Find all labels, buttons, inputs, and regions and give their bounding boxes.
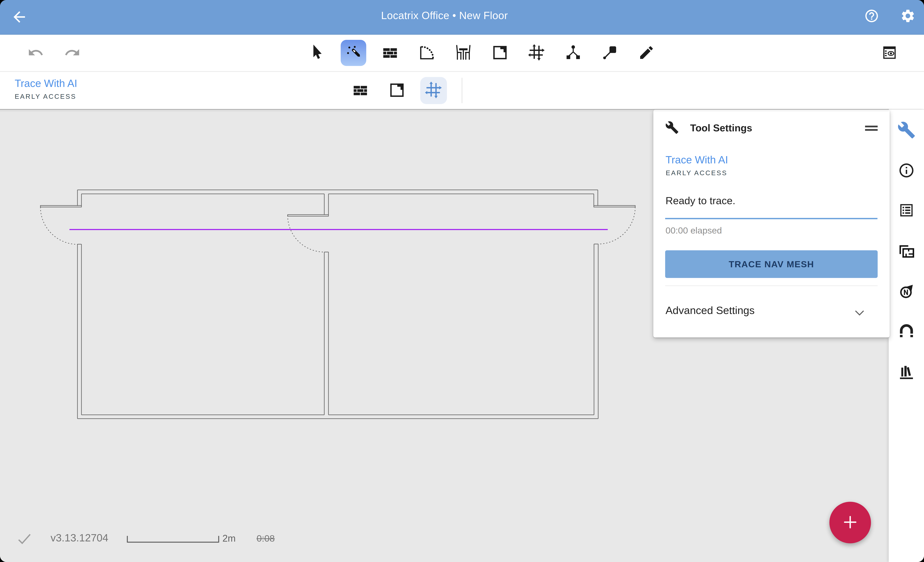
drag-handle-icon[interactable] bbox=[865, 126, 878, 133]
right-sidebar bbox=[889, 110, 924, 562]
chevron-down-icon[interactable] bbox=[854, 307, 866, 319]
gear-icon bbox=[900, 21, 916, 24]
active-tool-name: Trace With AI bbox=[15, 78, 77, 89]
early-access-badge: EARLY ACCESS bbox=[15, 93, 77, 100]
redo-icon bbox=[64, 58, 81, 61]
furniture-icon bbox=[454, 44, 472, 62]
panel-title: Tool Settings bbox=[690, 122, 752, 134]
sidebar-item-floor-plans[interactable] bbox=[897, 242, 916, 261]
mode-group bbox=[342, 72, 462, 109]
help-icon bbox=[864, 21, 879, 24]
version-label: v3.13.12704 bbox=[51, 532, 108, 544]
select-icon bbox=[308, 43, 326, 63]
tool-nav-mesh[interactable] bbox=[518, 35, 555, 71]
sidebar-item-properties-list[interactable] bbox=[897, 201, 916, 220]
help-button[interactable] bbox=[864, 8, 879, 24]
tool-floor-page[interactable] bbox=[482, 35, 518, 71]
view-options-icon bbox=[882, 45, 897, 61]
tool-arc-measure[interactable] bbox=[408, 35, 445, 71]
sidebar-item-north-orientation[interactable] bbox=[897, 282, 916, 300]
wrench-icon bbox=[665, 121, 679, 135]
scale-label: 2m bbox=[222, 533, 236, 544]
toolbar-shadow bbox=[0, 109, 889, 110]
edit-icon bbox=[638, 44, 655, 62]
timer-label: 0:08 bbox=[256, 533, 274, 544]
undo-button[interactable] bbox=[27, 45, 44, 61]
scale-bar-icon bbox=[127, 535, 219, 543]
panel-tool-name: Trace With AI bbox=[666, 154, 728, 166]
advanced-settings-label: Advanced Settings bbox=[666, 304, 754, 317]
walls-icon bbox=[382, 44, 399, 62]
mode-floor-page-icon bbox=[389, 82, 405, 99]
progress-bar bbox=[665, 218, 878, 219]
tool-pin-label[interactable] bbox=[591, 35, 628, 71]
tool-network[interactable] bbox=[555, 35, 591, 71]
tool-walls[interactable] bbox=[372, 35, 408, 71]
selected-tool-highlight bbox=[340, 40, 366, 66]
tool-trace-with-ai[interactable] bbox=[335, 35, 372, 71]
sidebar-item-tool-settings[interactable] bbox=[897, 121, 916, 139]
mode-walls-icon bbox=[352, 82, 369, 99]
elapsed-label: 00:00 elapsed bbox=[666, 225, 722, 236]
tool-select[interactable] bbox=[298, 35, 335, 71]
redo-button[interactable] bbox=[64, 45, 81, 61]
app-window: Locatrix Office • New Floor Trace With A… bbox=[0, 0, 924, 562]
sidebar-item-info[interactable] bbox=[897, 161, 916, 180]
arc-measure-icon bbox=[418, 44, 435, 62]
tool-furniture[interactable] bbox=[445, 35, 482, 71]
tool-mode-walls[interactable] bbox=[342, 72, 379, 109]
add-button[interactable] bbox=[830, 502, 871, 543]
sidebar-item-snap-magnet[interactable] bbox=[897, 322, 916, 341]
floor-page-icon bbox=[492, 45, 508, 61]
undo-icon bbox=[27, 58, 44, 61]
tool-mode-floor-page[interactable] bbox=[379, 72, 415, 109]
plus-icon bbox=[841, 513, 860, 532]
panel-early-access-badge: EARLY ACCESS bbox=[666, 169, 728, 177]
view-options-button[interactable] bbox=[882, 35, 897, 71]
trace-status: Ready to trace. bbox=[666, 195, 735, 206]
network-icon bbox=[565, 44, 582, 62]
tool-edit[interactable] bbox=[628, 35, 665, 71]
settings-button[interactable] bbox=[900, 8, 916, 24]
selected-tool-highlight bbox=[420, 77, 447, 104]
saved-check-icon bbox=[17, 532, 30, 543]
pin-label-icon bbox=[602, 44, 618, 62]
subtool-divider bbox=[462, 78, 462, 103]
panel-divider bbox=[665, 285, 878, 286]
sub-toolbar: Trace With AI EARLY ACCESS bbox=[0, 72, 924, 109]
main-toolbar bbox=[0, 35, 924, 72]
nav-mesh-icon bbox=[528, 44, 545, 62]
trace-with-ai-icon bbox=[346, 45, 361, 61]
tool-mode-nav-mesh[interactable] bbox=[415, 72, 452, 109]
mode-nav-mesh-icon bbox=[424, 81, 442, 100]
trace-nav-mesh-button[interactable]: TRACE NAV MESH bbox=[665, 250, 878, 278]
sidebar-item-library[interactable] bbox=[897, 362, 916, 381]
tool-settings-panel: Tool Settings Trace With AI EARLY ACCESS… bbox=[653, 110, 890, 338]
app-bar: Locatrix Office • New Floor bbox=[0, 0, 924, 35]
tool-group bbox=[298, 35, 665, 71]
page-title: Locatrix Office • New Floor bbox=[0, 0, 889, 31]
